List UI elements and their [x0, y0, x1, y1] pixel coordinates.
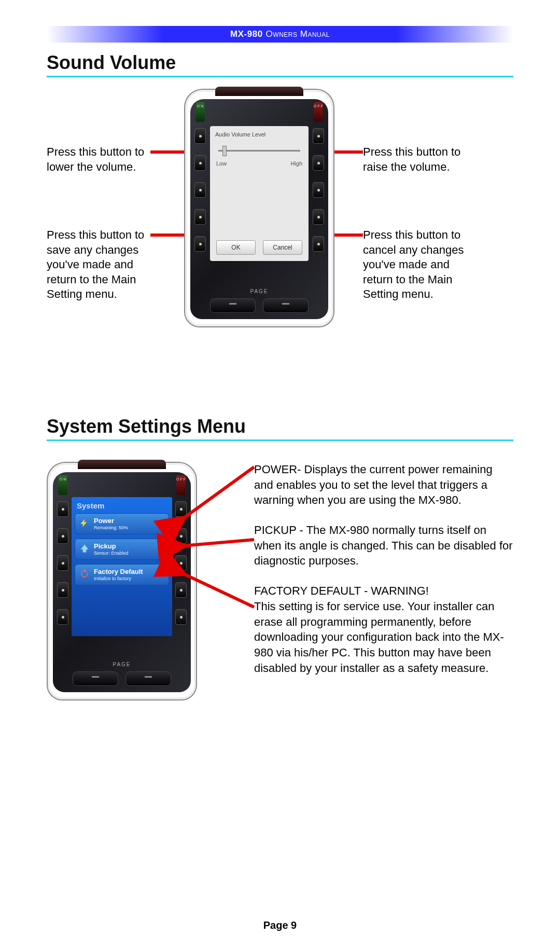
slider-high-label: High: [290, 160, 302, 167]
side-button[interactable]: [313, 209, 324, 225]
remote-face: O N O F F Audio V: [190, 99, 328, 319]
right-button-column: [313, 128, 324, 252]
system-menu-screen: System Power Remaining: 50% Pickup Senso…: [72, 497, 172, 636]
system-item-subtitle: Sensor: Enabled: [94, 551, 164, 556]
callout-cancel: Press this button to cancel any changes …: [363, 228, 469, 302]
page-right-button[interactable]: [125, 671, 171, 686]
ok-button[interactable]: OK: [216, 240, 256, 255]
page-rocker-label: PAGE: [190, 288, 328, 294]
section-title-sound-volume: Sound Volume: [47, 52, 513, 77]
power-on-toggle[interactable]: O N: [195, 102, 205, 122]
system-item-title: Pickup: [94, 543, 164, 549]
factory-description: FACTORY DEFAULT - WARNING! This setting …: [254, 583, 513, 676]
left-button-column: [194, 128, 206, 252]
system-settings-figure: O N O F F System: [47, 462, 513, 856]
side-button[interactable]: [313, 155, 324, 171]
side-button[interactable]: [194, 236, 206, 252]
header-banner: MX-980 Owners Manual: [47, 26, 513, 43]
remote-grip: [215, 87, 303, 96]
power-off-toggle[interactable]: O F F: [314, 102, 323, 122]
side-button[interactable]: [194, 182, 206, 198]
side-button[interactable]: [194, 155, 206, 171]
left-button-column: [57, 501, 68, 625]
volume-slider[interactable]: [218, 145, 300, 157]
reset-icon: [79, 569, 90, 579]
svg-line-0: [183, 467, 254, 519]
factory-warning-lead: FACTORY DEFAULT - WARNING!: [254, 584, 429, 597]
system-item-power[interactable]: Power Remaining: 50%: [75, 513, 169, 534]
system-item-title: Factory Default: [94, 568, 164, 575]
page-number: Page 9: [0, 919, 560, 931]
page-right-button[interactable]: [263, 298, 309, 313]
remote-grip: [78, 460, 166, 469]
page-rocker-label: PAGE: [53, 662, 191, 667]
factory-warning-body: This setting is for service use. Your in…: [254, 600, 504, 675]
side-button[interactable]: [313, 236, 324, 252]
svg-line-1: [183, 540, 254, 546]
system-menu-header: System: [75, 500, 169, 513]
side-button[interactable]: [313, 182, 324, 198]
section-title-system-settings: System Settings Menu: [47, 416, 513, 441]
side-button[interactable]: [194, 209, 206, 225]
remote-sound-volume: O N O F F Audio V: [184, 89, 334, 327]
power-description: POWER- Displays the current power remain…: [254, 462, 513, 508]
doc-title: Owners Manual: [266, 29, 330, 39]
page-left-button[interactable]: [210, 298, 256, 313]
slider-thumb[interactable]: [222, 146, 227, 156]
side-button[interactable]: [57, 501, 68, 517]
remote-system-menu: O N O F F System: [47, 462, 197, 700]
pickup-description: PICKUP - The MX-980 normally turns itsel…: [254, 523, 513, 569]
side-button[interactable]: [313, 128, 324, 144]
system-item-subtitle: Remaining: 50%: [94, 525, 164, 530]
sound-volume-figure: Press this button to lower the vol­ume. …: [47, 89, 513, 379]
side-button[interactable]: [57, 582, 68, 598]
callout-raise-volume: Press this button to raise the vol­ume.: [363, 145, 469, 174]
callout-save: Press this button to save any changes yo…: [47, 228, 153, 302]
volume-dialog: Audio Volume Level Low High OK Cancel: [210, 126, 309, 261]
product-name: MX-980: [230, 29, 263, 39]
system-item-pickup[interactable]: Pickup Sensor: Enabled: [75, 539, 169, 560]
system-item-subtitle: Initialize to factory: [94, 576, 164, 581]
side-button[interactable]: [57, 555, 68, 571]
volume-dialog-title: Audio Volume Level: [215, 131, 303, 138]
side-button[interactable]: [57, 609, 68, 625]
side-button[interactable]: [194, 128, 206, 144]
system-item-factory-default[interactable]: Factory Default Initialize to factory: [75, 564, 169, 585]
slider-track: [218, 150, 300, 152]
cancel-button[interactable]: Cancel: [263, 240, 302, 255]
system-callout-arrows: [176, 462, 259, 638]
slider-labels: Low High: [215, 160, 303, 167]
slider-low-label: Low: [216, 160, 227, 167]
bolt-icon: [79, 518, 90, 528]
system-item-title: Power: [94, 517, 164, 524]
side-button[interactable]: [57, 528, 68, 544]
system-descriptions: POWER- Displays the current power remain…: [254, 462, 513, 690]
callout-lower-volume: Press this button to lower the vol­ume.: [47, 145, 153, 174]
up-arrow-icon: [79, 543, 90, 554]
power-on-toggle[interactable]: O N: [58, 475, 67, 495]
svg-line-2: [183, 573, 254, 607]
page-left-button[interactable]: [73, 671, 118, 686]
remote-face: O N O F F System: [53, 472, 191, 692]
